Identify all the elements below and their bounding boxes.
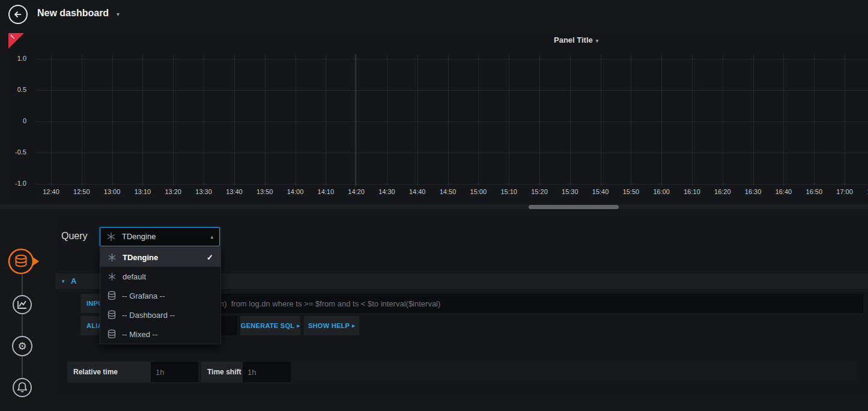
x-axis-tick-label: 15:00: [463, 188, 493, 195]
plugin-icon: [106, 232, 116, 242]
datasource-dropdown-menu: TDengine ✓ default -- Grafana -- -- Dash…: [100, 247, 221, 344]
grid-line-x: [845, 54, 845, 186]
grid-line-x: [478, 54, 479, 186]
show-help-label: SHOW HELP: [308, 322, 350, 329]
grid-line-x: [173, 54, 174, 186]
datasource-option-default[interactable]: default: [100, 267, 220, 286]
grid-line-x: [204, 54, 204, 186]
datasource-db-icon: [6, 246, 42, 278]
chart-icon: [12, 294, 32, 315]
datasource-option-tdengine[interactable]: TDengine ✓: [100, 248, 220, 267]
datasource-option-dashboard[interactable]: -- Dashboard --: [100, 305, 220, 324]
top-navbar: New dashboard ▾: [0, 0, 868, 29]
grid-line-x: [539, 54, 540, 186]
grid-line-x: [356, 54, 357, 186]
sidebar-tab-queries[interactable]: [6, 246, 42, 278]
sidebar-tab-visualization[interactable]: [12, 294, 32, 315]
grid-line-y: [36, 90, 868, 91]
x-axis-tick-label: 16:00: [646, 188, 676, 195]
back-button[interactable]: [8, 5, 28, 24]
caret-right-icon: ▸: [352, 323, 355, 329]
y-axis-tick-label: 0.5: [8, 86, 26, 93]
generate-sql-button[interactable]: GENERATE SQL▸: [240, 316, 300, 335]
chevron-up-icon: ▴: [210, 228, 213, 246]
grid-line-y: [36, 59, 868, 59]
generate-sql-label: GENERATE SQL: [241, 322, 295, 329]
grid-line-x: [387, 54, 387, 186]
sidebar-connector-line: [22, 263, 23, 388]
option-label: -- Mixed --: [122, 330, 157, 339]
gear-icon: ⚙: [17, 340, 26, 352]
option-label: -- Grafana --: [122, 291, 165, 300]
query-editor-panel: Query ▾ A INPUT SQL ALIAS BY GENERATE SQ…: [55, 216, 868, 397]
query-section-label: Query: [61, 231, 88, 242]
input-sql-field[interactable]: [135, 294, 863, 313]
grid-line-x: [814, 54, 815, 186]
grid-line-x: [783, 54, 784, 186]
sidebar-tab-general[interactable]: ⚙: [12, 336, 32, 356]
grid-line-x: [448, 54, 449, 186]
query-row-letter: A: [71, 273, 76, 289]
grid-line-x: [570, 54, 571, 186]
grid-line-x: [601, 54, 601, 186]
graph-plot-area: 1.00.50-0.5-1.012:4012:5013:0013:1013:20…: [8, 33, 868, 203]
y-axis-tick-label: -1.0: [8, 180, 26, 187]
grid-line-x: [234, 54, 235, 186]
grid-line-x: [417, 54, 418, 186]
grid-line-x: [82, 54, 82, 186]
caret-right-icon: ▸: [297, 323, 300, 329]
x-axis-tick-label: 13:40: [219, 188, 249, 195]
x-axis-tick-label: 13:50: [250, 188, 280, 195]
x-axis-tick-label: 12:40: [36, 188, 66, 195]
grid-line-x: [692, 54, 693, 186]
option-label: -- Dashboard --: [122, 311, 175, 320]
x-axis-tick-label: 15:50: [616, 188, 646, 195]
x-axis-tick-label: 13:20: [158, 188, 188, 195]
x-axis-tick-label: 12:50: [67, 188, 97, 195]
grid-line-x: [326, 54, 326, 186]
x-axis-tick-label: 17:00: [830, 188, 860, 195]
relative-time-label: Relative time: [67, 362, 151, 382]
x-axis-tick-label: 14:20: [341, 188, 371, 195]
relative-time-field[interactable]: [151, 362, 198, 382]
x-axis-tick-label: 13:10: [127, 188, 157, 195]
grid-line-y: [36, 153, 868, 153]
chevron-down-icon: ▾: [62, 273, 65, 289]
datasource-picker-value: TDengine: [122, 228, 156, 246]
chevron-down-icon: ▾: [117, 11, 120, 17]
x-axis-tick-label: 13:00: [97, 188, 127, 195]
grid-line-x: [265, 54, 266, 186]
datasource-picker[interactable]: TDengine ▴: [100, 227, 220, 246]
check-icon: ✓: [207, 253, 213, 262]
horizontal-scrollbar-track: [0, 205, 868, 209]
y-axis-tick-label: 0: [8, 117, 26, 124]
option-label: default: [123, 272, 146, 281]
x-axis-tick-label: 13:30: [189, 188, 219, 195]
x-axis-tick-label: 15:10: [494, 188, 524, 195]
plugin-icon: [108, 253, 117, 262]
grid-line-x: [142, 54, 143, 186]
grid-line-x: [509, 54, 509, 186]
graph-panel: ! Panel Title▾ 1.00.50-0.5-1.012:4012:50…: [8, 33, 868, 203]
option-label: TDengine: [123, 253, 158, 262]
x-axis-tick-label: 17:10: [860, 188, 868, 195]
x-axis-tick-label: 15:30: [555, 188, 585, 195]
sidebar-tab-alert[interactable]: [12, 377, 32, 398]
x-axis-tick-label: 14:40: [402, 188, 432, 195]
annotation-line: [355, 54, 356, 186]
x-axis-tick-label: 16:40: [768, 188, 798, 195]
datasource-option-grafana[interactable]: -- Grafana --: [100, 286, 220, 305]
time-shift-field[interactable]: [243, 362, 291, 382]
show-help-button[interactable]: SHOW HELP▸: [304, 316, 359, 335]
horizontal-scrollbar-thumb[interactable]: [529, 205, 619, 209]
datasource-option-mixed[interactable]: -- Mixed --: [100, 324, 220, 344]
x-axis-tick-label: 16:30: [738, 188, 768, 195]
x-axis-tick-label: 14:30: [372, 188, 402, 195]
database-icon: [108, 291, 116, 300]
dashboard-title[interactable]: New dashboard: [37, 8, 109, 19]
grid-line-x: [723, 54, 723, 186]
x-axis-tick-label: 14:00: [281, 188, 311, 195]
grid-line-x: [112, 54, 113, 186]
grid-line-x: [753, 54, 754, 186]
grid-line-x: [661, 54, 662, 186]
